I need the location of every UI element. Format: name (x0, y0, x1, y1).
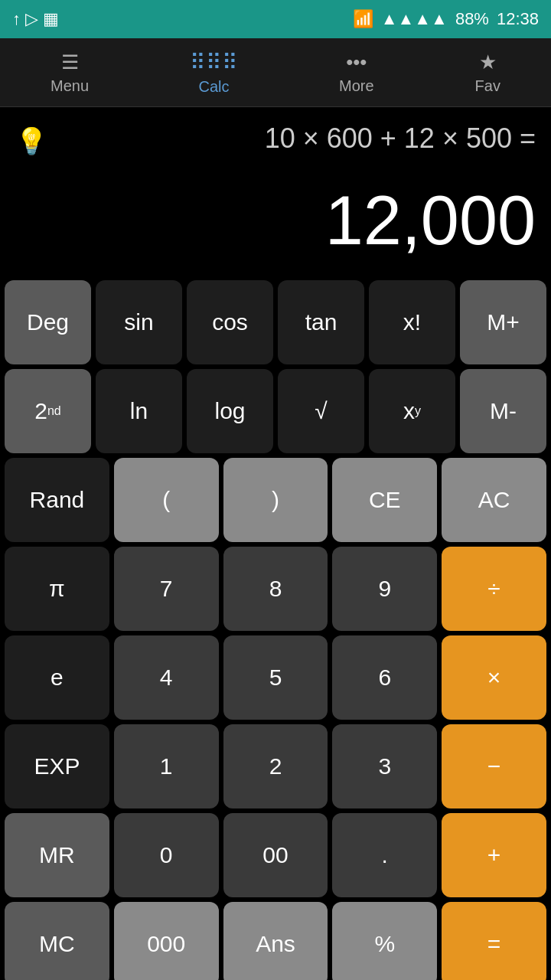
pi-button[interactable]: π (5, 547, 109, 631)
btn-row-2: 2nd ln log √ xy M- (5, 369, 546, 453)
status-right: 📶 ▲▲▲▲ 88% 12:38 (353, 9, 539, 29)
time-display: 12:38 (497, 9, 539, 29)
more-label: More (339, 77, 374, 95)
multiply-button[interactable]: × (442, 635, 546, 720)
expression-display: 10 × 600 + 12 × 500 = (55, 122, 536, 155)
signal-icon: ▲▲▲▲ (381, 9, 448, 29)
decimal-button[interactable]: . (332, 813, 437, 897)
btn-row-8: MC 000 Ans % = (5, 902, 546, 980)
calc-label: Calc (199, 78, 230, 96)
more-icon: ••• (346, 51, 367, 74)
status-bar: ↑ ▷ ▦ 📶 ▲▲▲▲ 88% 12:38 (0, 0, 551, 38)
nav-menu[interactable]: ☰ Menu (51, 51, 89, 95)
result-display: 12,000 (15, 181, 536, 268)
btn-row-7: MR 0 00 . + (5, 813, 546, 897)
fav-icon: ★ (479, 51, 497, 74)
menu-icon: ☰ (61, 51, 79, 74)
e-button[interactable]: e (5, 635, 109, 720)
subtract-button[interactable]: − (442, 724, 546, 808)
zero-button[interactable]: 0 (114, 813, 219, 897)
nav-fav[interactable]: ★ Fav (475, 51, 500, 95)
ac-button[interactable]: AC (442, 458, 546, 542)
wifi-icon: 📶 (353, 9, 373, 29)
four-button[interactable]: 4 (114, 635, 219, 720)
six-button[interactable]: 6 (332, 635, 437, 720)
divide-button[interactable]: ÷ (442, 547, 546, 631)
ans-button[interactable]: Ans (223, 902, 328, 980)
rand-button[interactable]: Rand (5, 458, 109, 542)
sqrt-button[interactable]: √ (278, 369, 364, 453)
battery-text: 88% (455, 9, 489, 29)
m-plus-button[interactable]: M+ (460, 280, 546, 364)
log-button[interactable]: log (187, 369, 273, 453)
btn-row-6: EXP 1 2 3 − (5, 724, 546, 808)
eight-button[interactable]: 8 (223, 547, 328, 631)
nav-more[interactable]: ••• More (339, 51, 374, 95)
three-button[interactable]: 3 (332, 724, 437, 808)
factorial-button[interactable]: x! (369, 280, 455, 364)
status-left: ↑ ▷ ▦ (12, 9, 59, 29)
calculator-grid: Deg sin cos tan x! M+ 2nd ln log √ xy M-… (0, 276, 551, 980)
two-button[interactable]: 2 (223, 724, 328, 808)
nav-calc[interactable]: ⠿⠿⠿ Calc (190, 50, 238, 96)
fav-label: Fav (475, 77, 500, 95)
five-button[interactable]: 5 (223, 635, 328, 720)
close-paren-button[interactable]: ) (223, 458, 328, 542)
percent-button[interactable]: % (332, 902, 437, 980)
ln-button[interactable]: ln (96, 369, 182, 453)
m-minus-button[interactable]: M- (460, 369, 546, 453)
btn-row-1: Deg sin cos tan x! M+ (5, 280, 546, 364)
calc-icon: ⠿⠿⠿ (190, 50, 238, 75)
cos-button[interactable]: cos (187, 280, 273, 364)
nav-bar: ☰ Menu ⠿⠿⠿ Calc ••• More ★ Fav (0, 38, 551, 107)
btn-row-3: Rand ( ) CE AC (5, 458, 546, 542)
double-zero-button[interactable]: 00 (223, 813, 328, 897)
mr-button[interactable]: MR (5, 813, 109, 897)
menu-label: Menu (51, 77, 89, 95)
btn-row-4: π 7 8 9 ÷ (5, 547, 546, 631)
display-area: 💡 10 × 600 + 12 × 500 = 12,000 (0, 107, 551, 276)
equals-button[interactable]: = (442, 902, 546, 980)
one-button[interactable]: 1 (114, 724, 219, 808)
ce-button[interactable]: CE (332, 458, 437, 542)
power-button[interactable]: xy (369, 369, 455, 453)
nine-button[interactable]: 9 (332, 547, 437, 631)
display-top: 💡 10 × 600 + 12 × 500 = (15, 122, 536, 156)
hint-icon: 💡 (15, 126, 47, 156)
add-button[interactable]: + (442, 813, 546, 897)
mc-button[interactable]: MC (5, 902, 109, 980)
tan-button[interactable]: tan (278, 280, 364, 364)
notification-icons: ↑ ▷ ▦ (12, 9, 59, 29)
second-button[interactable]: 2nd (5, 369, 91, 453)
seven-button[interactable]: 7 (114, 547, 219, 631)
exp-button[interactable]: EXP (5, 724, 109, 808)
triple-zero-button[interactable]: 000 (114, 902, 219, 980)
sin-button[interactable]: sin (96, 280, 182, 364)
btn-row-5: e 4 5 6 × (5, 635, 546, 720)
open-paren-button[interactable]: ( (114, 458, 219, 542)
deg-button[interactable]: Deg (5, 280, 91, 364)
